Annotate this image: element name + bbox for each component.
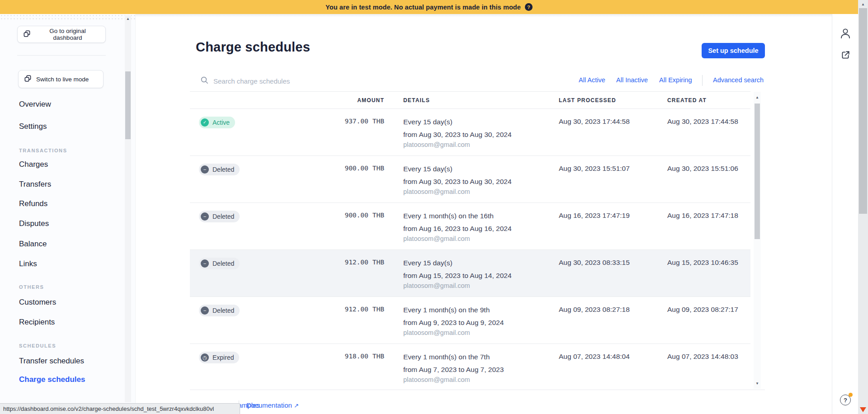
- sidebar-section-schedules: SCHEDULES: [19, 343, 56, 348]
- status-badge: −Deleted: [199, 164, 240, 175]
- notification-dot: [849, 393, 853, 397]
- sidebar-divider: [17, 55, 106, 56]
- sidebar-scrollbar-thumb[interactable]: [125, 71, 131, 139]
- filter-all-expiring[interactable]: All Expiring: [659, 76, 692, 84]
- sidebar-item-charges[interactable]: Charges: [19, 160, 48, 169]
- sidebar-section-others: OTHERS: [19, 284, 44, 290]
- test-mode-banner: You are in test mode. No actual payment …: [0, 0, 858, 14]
- table-row[interactable]: −Deleted 900.00THB Every 1 month(s) on t…: [190, 203, 750, 250]
- header-created-at: CREATED AT: [667, 97, 750, 104]
- copy-icon: [23, 30, 31, 39]
- table-row[interactable]: −Deleted 912.00THB Every 1 month(s) on t…: [190, 297, 750, 344]
- scroll-up-arrow-icon[interactable]: ▲: [858, 1, 868, 7]
- created-at-cell: Aug 07, 2023 14:48:03: [667, 344, 750, 390]
- created-at-cell: Aug 09, 2023 08:27:17: [667, 297, 750, 343]
- sidebar-item-disputes[interactable]: Disputes: [19, 219, 49, 228]
- page-title: Charge schedules: [196, 40, 310, 55]
- sidebar-item-links[interactable]: Links: [19, 259, 37, 268]
- sidebar-item-recipients[interactable]: Recipients: [19, 318, 55, 327]
- switch-to-live-mode-label: Switch to live mode: [36, 76, 89, 83]
- status-bar-url: https://dashboard.omise.co/v2/charge-sch…: [0, 403, 240, 414]
- sidebar: Go to original dashboard Switch to live …: [0, 14, 136, 414]
- sidebar-item-settings[interactable]: Settings: [19, 122, 47, 131]
- table-scrollbar[interactable]: ▲ ▼: [754, 92, 761, 389]
- omise-dashboard-screen: You are in test mode. No actual payment …: [0, 0, 868, 414]
- created-at-cell: Aug 15, 2023 10:46:35: [667, 250, 750, 296]
- minus-icon: −: [201, 306, 209, 315]
- last-processed-cell: Aug 07, 2023 14:48:04: [559, 344, 667, 390]
- status-badge: ✓Active: [199, 117, 235, 128]
- filter-divider: [702, 75, 703, 86]
- scroll-alert-arrow-icon[interactable]: [860, 407, 866, 412]
- question-icon[interactable]: ?: [525, 3, 533, 11]
- amount-cell: 900.00THB: [316, 156, 384, 202]
- charge-schedules-table: AMOUNT DETAILS LAST PROCESSED CREATED AT…: [190, 91, 750, 390]
- search-input[interactable]: [213, 77, 403, 85]
- advanced-search-link[interactable]: Advanced search: [713, 76, 764, 84]
- filter-all-active[interactable]: All Active: [579, 76, 605, 84]
- table-row[interactable]: ✓Active 937.00THB Every 15 day(s) from A…: [190, 109, 750, 156]
- details-cell: Every 15 day(s) from Aug 15, 2023 to Aug…: [384, 250, 559, 296]
- search-icon: [200, 76, 208, 86]
- created-at-cell: Aug 16, 2023 17:47:18: [667, 203, 750, 249]
- sidebar-item-transfer-schedules[interactable]: Transfer schedules: [19, 357, 84, 366]
- customer-email: platoosom@gmail.com: [403, 235, 559, 243]
- set-up-schedule-button[interactable]: Set up schedule: [702, 43, 765, 58]
- switch-to-live-mode-button[interactable]: Switch to live mode: [18, 70, 104, 88]
- header-details: DETAILS: [384, 97, 559, 104]
- copy-icon: [24, 75, 32, 84]
- status-badge: ◷Expired: [199, 352, 239, 363]
- last-processed-cell: Aug 16, 2023 17:47:19: [559, 203, 667, 249]
- last-processed-cell: Aug 30, 2023 17:44:58: [559, 109, 667, 155]
- table-row[interactable]: −Deleted 900.00THB Every 15 day(s) from …: [190, 156, 750, 203]
- test-mode-banner-text: You are in test mode. No actual payment …: [326, 4, 521, 11]
- customer-email: platoosom@gmail.com: [403, 376, 559, 384]
- minus-icon: −: [201, 212, 209, 221]
- filter-all-inactive[interactable]: All Inactive: [616, 76, 648, 84]
- scroll-down-arrow-icon[interactable]: ▼: [754, 379, 761, 388]
- sidebar-item-refunds[interactable]: Refunds: [19, 199, 47, 208]
- sidebar-item-balance[interactable]: Balance: [19, 240, 47, 249]
- sidebar-item-transfers[interactable]: Transfers: [19, 180, 51, 189]
- status-badge: −Deleted: [199, 211, 240, 222]
- minus-icon: −: [201, 165, 209, 174]
- table-header-row: AMOUNT DETAILS LAST PROCESSED CREATED AT: [190, 92, 750, 109]
- scroll-up-arrow-icon[interactable]: ▲: [754, 93, 761, 102]
- external-link-icon[interactable]: [840, 50, 850, 62]
- table-row[interactable]: ◷Expired 918.00THB Every 1 month(s) on t…: [190, 344, 750, 390]
- sidebar-section-transactions: TRANSACTIONS: [19, 148, 67, 153]
- customer-email: platoosom@gmail.com: [403, 329, 559, 337]
- header-amount: AMOUNT: [316, 97, 384, 104]
- right-rail: ?: [832, 14, 858, 414]
- table-scrollbar-thumb[interactable]: [755, 104, 760, 239]
- sidebar-item-charge-schedules[interactable]: Charge schedules: [19, 375, 85, 384]
- sidebar-item-customers[interactable]: Customers: [19, 298, 56, 307]
- browser-scrollbar[interactable]: ▲: [858, 0, 868, 414]
- documentation-link[interactable]: Documentation↗: [246, 401, 299, 409]
- customer-email: platoosom@gmail.com: [403, 282, 559, 290]
- last-processed-cell: Aug 30, 2023 08:33:15: [559, 250, 667, 296]
- sidebar-item-overview[interactable]: Overview: [19, 100, 51, 109]
- go-to-original-dashboard-label: Go to original dashboard: [35, 28, 100, 41]
- details-cell: Every 1 month(s) on the 9th from Aug 9, …: [384, 297, 559, 343]
- amount-cell: 912.00THB: [316, 297, 384, 343]
- table-row[interactable]: −Deleted 912.00THB Every 15 day(s) from …: [190, 250, 750, 297]
- go-to-original-dashboard-button[interactable]: Go to original dashboard: [17, 26, 106, 43]
- details-cell: Every 1 month(s) on the 7th from Aug 7, …: [384, 344, 559, 390]
- sidebar-scrollbar[interactable]: ▲: [125, 15, 131, 402]
- amount-cell: 918.00THB: [316, 344, 384, 390]
- sidebar-texture: [0, 14, 135, 21]
- search-bar: [200, 75, 453, 87]
- customer-email: platoosom@gmail.com: [403, 188, 559, 196]
- external-arrow-icon: ↗: [294, 402, 299, 409]
- amount-cell: 912.00THB: [316, 250, 384, 296]
- last-processed-cell: Aug 09, 2023 08:27:18: [559, 297, 667, 343]
- user-icon[interactable]: [840, 27, 851, 41]
- last-processed-cell: Aug 30, 2023 15:51:07: [559, 156, 667, 202]
- details-cell: Every 15 day(s) from Aug 30, 2023 to Aug…: [384, 156, 559, 202]
- browser-scrollbar-thumb[interactable]: [859, 8, 867, 214]
- amount-cell: 900.00THB: [316, 203, 384, 249]
- details-cell: Every 1 month(s) on the 16th from Aug 16…: [384, 203, 559, 249]
- footer-divider: [190, 390, 765, 390]
- scroll-up-arrow-icon[interactable]: ▲: [125, 15, 131, 22]
